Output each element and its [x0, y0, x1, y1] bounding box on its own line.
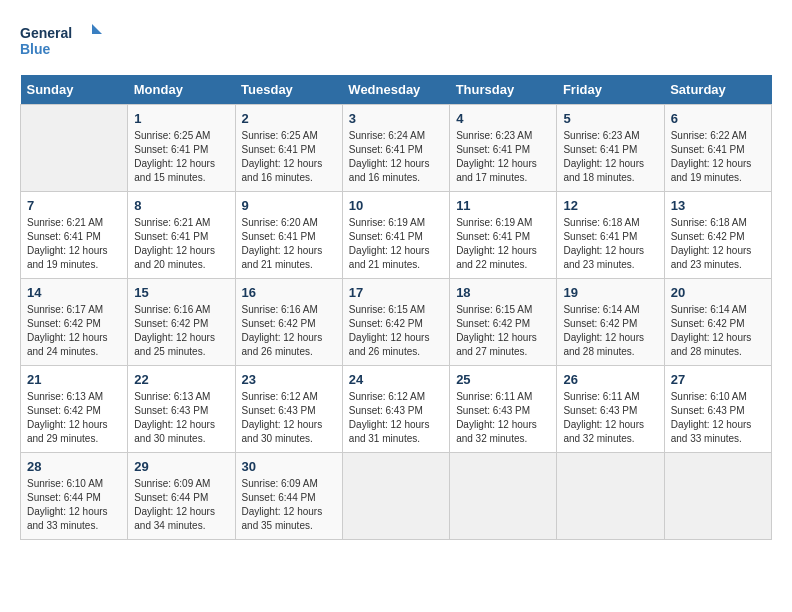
day-info: Sunrise: 6:14 AMSunset: 6:42 PMDaylight:…: [671, 303, 765, 359]
calendar-week-row: 1Sunrise: 6:25 AMSunset: 6:41 PMDaylight…: [21, 105, 772, 192]
calendar-cell: 15Sunrise: 6:16 AMSunset: 6:42 PMDayligh…: [128, 279, 235, 366]
svg-text:General: General: [20, 25, 72, 41]
calendar-cell: 18Sunrise: 6:15 AMSunset: 6:42 PMDayligh…: [450, 279, 557, 366]
calendar-cell: [557, 453, 664, 540]
day-number: 4: [456, 111, 550, 126]
day-number: 14: [27, 285, 121, 300]
header-day-thursday: Thursday: [450, 75, 557, 105]
header-day-wednesday: Wednesday: [342, 75, 449, 105]
day-number: 11: [456, 198, 550, 213]
day-number: 15: [134, 285, 228, 300]
day-info: Sunrise: 6:25 AMSunset: 6:41 PMDaylight:…: [242, 129, 336, 185]
day-info: Sunrise: 6:19 AMSunset: 6:41 PMDaylight:…: [456, 216, 550, 272]
calendar-cell: [21, 105, 128, 192]
day-info: Sunrise: 6:23 AMSunset: 6:41 PMDaylight:…: [563, 129, 657, 185]
day-number: 18: [456, 285, 550, 300]
day-number: 10: [349, 198, 443, 213]
day-info: Sunrise: 6:13 AMSunset: 6:43 PMDaylight:…: [134, 390, 228, 446]
day-number: 29: [134, 459, 228, 474]
calendar-cell: 27Sunrise: 6:10 AMSunset: 6:43 PMDayligh…: [664, 366, 771, 453]
day-info: Sunrise: 6:10 AMSunset: 6:44 PMDaylight:…: [27, 477, 121, 533]
calendar-cell: 8Sunrise: 6:21 AMSunset: 6:41 PMDaylight…: [128, 192, 235, 279]
calendar-cell: 13Sunrise: 6:18 AMSunset: 6:42 PMDayligh…: [664, 192, 771, 279]
day-info: Sunrise: 6:21 AMSunset: 6:41 PMDaylight:…: [134, 216, 228, 272]
calendar-cell: 3Sunrise: 6:24 AMSunset: 6:41 PMDaylight…: [342, 105, 449, 192]
day-number: 25: [456, 372, 550, 387]
calendar-cell: 25Sunrise: 6:11 AMSunset: 6:43 PMDayligh…: [450, 366, 557, 453]
calendar-cell: 9Sunrise: 6:20 AMSunset: 6:41 PMDaylight…: [235, 192, 342, 279]
day-info: Sunrise: 6:15 AMSunset: 6:42 PMDaylight:…: [456, 303, 550, 359]
day-number: 23: [242, 372, 336, 387]
calendar-week-row: 7Sunrise: 6:21 AMSunset: 6:41 PMDaylight…: [21, 192, 772, 279]
header-day-sunday: Sunday: [21, 75, 128, 105]
calendar-cell: [342, 453, 449, 540]
page-header: General Blue: [20, 20, 772, 65]
day-info: Sunrise: 6:10 AMSunset: 6:43 PMDaylight:…: [671, 390, 765, 446]
calendar-cell: 4Sunrise: 6:23 AMSunset: 6:41 PMDaylight…: [450, 105, 557, 192]
calendar-cell: 2Sunrise: 6:25 AMSunset: 6:41 PMDaylight…: [235, 105, 342, 192]
calendar-cell: 10Sunrise: 6:19 AMSunset: 6:41 PMDayligh…: [342, 192, 449, 279]
day-number: 19: [563, 285, 657, 300]
logo-svg: General Blue: [20, 20, 110, 65]
calendar-cell: 11Sunrise: 6:19 AMSunset: 6:41 PMDayligh…: [450, 192, 557, 279]
day-number: 3: [349, 111, 443, 126]
day-number: 12: [563, 198, 657, 213]
day-number: 24: [349, 372, 443, 387]
day-number: 7: [27, 198, 121, 213]
svg-text:Blue: Blue: [20, 41, 51, 57]
calendar-header-row: SundayMondayTuesdayWednesdayThursdayFrid…: [21, 75, 772, 105]
calendar-cell: 20Sunrise: 6:14 AMSunset: 6:42 PMDayligh…: [664, 279, 771, 366]
calendar-cell: 19Sunrise: 6:14 AMSunset: 6:42 PMDayligh…: [557, 279, 664, 366]
day-info: Sunrise: 6:19 AMSunset: 6:41 PMDaylight:…: [349, 216, 443, 272]
calendar-cell: 24Sunrise: 6:12 AMSunset: 6:43 PMDayligh…: [342, 366, 449, 453]
calendar-table: SundayMondayTuesdayWednesdayThursdayFrid…: [20, 75, 772, 540]
header-day-friday: Friday: [557, 75, 664, 105]
calendar-cell: 26Sunrise: 6:11 AMSunset: 6:43 PMDayligh…: [557, 366, 664, 453]
day-number: 17: [349, 285, 443, 300]
day-info: Sunrise: 6:11 AMSunset: 6:43 PMDaylight:…: [456, 390, 550, 446]
day-info: Sunrise: 6:20 AMSunset: 6:41 PMDaylight:…: [242, 216, 336, 272]
day-info: Sunrise: 6:13 AMSunset: 6:42 PMDaylight:…: [27, 390, 121, 446]
calendar-cell: 22Sunrise: 6:13 AMSunset: 6:43 PMDayligh…: [128, 366, 235, 453]
calendar-cell: 23Sunrise: 6:12 AMSunset: 6:43 PMDayligh…: [235, 366, 342, 453]
logo: General Blue: [20, 20, 110, 65]
day-info: Sunrise: 6:22 AMSunset: 6:41 PMDaylight:…: [671, 129, 765, 185]
header-day-saturday: Saturday: [664, 75, 771, 105]
day-number: 6: [671, 111, 765, 126]
day-info: Sunrise: 6:17 AMSunset: 6:42 PMDaylight:…: [27, 303, 121, 359]
day-info: Sunrise: 6:21 AMSunset: 6:41 PMDaylight:…: [27, 216, 121, 272]
calendar-cell: 16Sunrise: 6:16 AMSunset: 6:42 PMDayligh…: [235, 279, 342, 366]
calendar-body: 1Sunrise: 6:25 AMSunset: 6:41 PMDaylight…: [21, 105, 772, 540]
calendar-cell: 1Sunrise: 6:25 AMSunset: 6:41 PMDaylight…: [128, 105, 235, 192]
day-number: 1: [134, 111, 228, 126]
header-day-tuesday: Tuesday: [235, 75, 342, 105]
day-info: Sunrise: 6:15 AMSunset: 6:42 PMDaylight:…: [349, 303, 443, 359]
day-number: 2: [242, 111, 336, 126]
day-info: Sunrise: 6:18 AMSunset: 6:42 PMDaylight:…: [671, 216, 765, 272]
day-number: 20: [671, 285, 765, 300]
calendar-cell: 6Sunrise: 6:22 AMSunset: 6:41 PMDaylight…: [664, 105, 771, 192]
calendar-week-row: 14Sunrise: 6:17 AMSunset: 6:42 PMDayligh…: [21, 279, 772, 366]
calendar-cell: 5Sunrise: 6:23 AMSunset: 6:41 PMDaylight…: [557, 105, 664, 192]
calendar-cell: 7Sunrise: 6:21 AMSunset: 6:41 PMDaylight…: [21, 192, 128, 279]
day-info: Sunrise: 6:12 AMSunset: 6:43 PMDaylight:…: [242, 390, 336, 446]
day-info: Sunrise: 6:09 AMSunset: 6:44 PMDaylight:…: [134, 477, 228, 533]
calendar-week-row: 28Sunrise: 6:10 AMSunset: 6:44 PMDayligh…: [21, 453, 772, 540]
header-day-monday: Monday: [128, 75, 235, 105]
day-info: Sunrise: 6:14 AMSunset: 6:42 PMDaylight:…: [563, 303, 657, 359]
day-number: 16: [242, 285, 336, 300]
day-info: Sunrise: 6:18 AMSunset: 6:41 PMDaylight:…: [563, 216, 657, 272]
calendar-cell: [664, 453, 771, 540]
day-number: 5: [563, 111, 657, 126]
day-info: Sunrise: 6:12 AMSunset: 6:43 PMDaylight:…: [349, 390, 443, 446]
calendar-cell: 29Sunrise: 6:09 AMSunset: 6:44 PMDayligh…: [128, 453, 235, 540]
calendar-cell: 17Sunrise: 6:15 AMSunset: 6:42 PMDayligh…: [342, 279, 449, 366]
day-number: 21: [27, 372, 121, 387]
day-info: Sunrise: 6:16 AMSunset: 6:42 PMDaylight:…: [242, 303, 336, 359]
day-number: 27: [671, 372, 765, 387]
day-number: 26: [563, 372, 657, 387]
day-number: 9: [242, 198, 336, 213]
day-number: 28: [27, 459, 121, 474]
calendar-cell: [450, 453, 557, 540]
day-info: Sunrise: 6:09 AMSunset: 6:44 PMDaylight:…: [242, 477, 336, 533]
